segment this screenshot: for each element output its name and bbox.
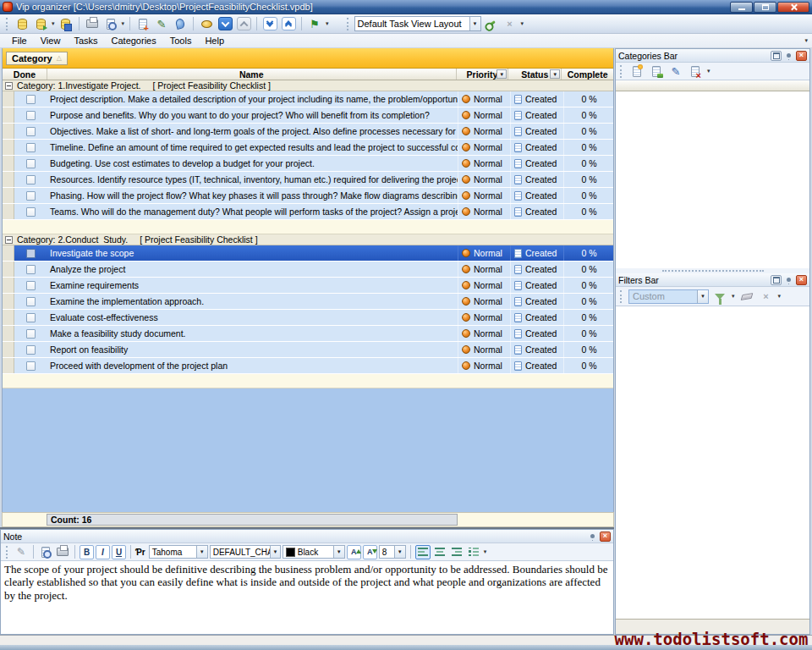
note-print-preview-button[interactable]: [38, 545, 53, 559]
align-right-button[interactable]: [449, 545, 464, 559]
delete-category-button[interactable]: [687, 63, 704, 80]
new-category-button[interactable]: [628, 63, 645, 80]
pin-icon[interactable]: [783, 275, 794, 285]
close-button[interactable]: [777, 2, 809, 13]
view-task-button[interactable]: [198, 16, 215, 32]
layout-combo-dropdown[interactable]: ▼: [469, 17, 480, 30]
categories-close-button[interactable]: [796, 51, 807, 61]
font-family-combo[interactable]: Tahoma▼: [149, 545, 208, 559]
save-layout-button[interactable]: [483, 16, 500, 32]
task-row[interactable]: Budgeting. Use cost estimates to develop…: [3, 156, 613, 172]
menu-categories[interactable]: Categories: [105, 35, 163, 47]
pin-icon[interactable]: [783, 51, 794, 61]
note-close-button[interactable]: [600, 532, 611, 542]
done-cell[interactable]: [14, 262, 47, 277]
move-down-button[interactable]: [217, 16, 233, 32]
task-checkbox[interactable]: [26, 207, 36, 217]
minimize-button[interactable]: [730, 2, 753, 13]
restore-panel-icon[interactable]: [771, 275, 782, 285]
task-row[interactable]: Make a feasibility study document.Normal…: [3, 326, 613, 342]
italic-button[interactable]: I: [96, 545, 110, 559]
print-button[interactable]: [84, 16, 101, 32]
categories-toolbar-dropdown[interactable]: ▾: [706, 68, 711, 74]
new-database-button[interactable]: [14, 16, 30, 32]
done-cell[interactable]: [14, 245, 47, 261]
shrink-font-button[interactable]: A: [363, 545, 377, 559]
charset-dropdown[interactable]: ▼: [270, 546, 279, 558]
layout-combo[interactable]: Default Task View Layout ▼: [354, 16, 481, 31]
font-size-combo[interactable]: 8▼: [379, 545, 406, 559]
layout-dropdown[interactable]: ▾: [520, 20, 525, 27]
category-group-row[interactable]: Category: 1.Investigate Project.[ Projec…: [3, 80, 613, 91]
column-header-done[interactable]: Done: [3, 69, 47, 80]
open-database-dropdown[interactable]: ▾: [51, 20, 56, 27]
done-cell[interactable]: [14, 156, 47, 171]
task-checkbox[interactable]: [26, 249, 36, 258]
maximize-button[interactable]: [754, 2, 776, 13]
toolbar-grip[interactable]: [620, 290, 623, 303]
move-up-button[interactable]: [235, 16, 252, 32]
done-cell[interactable]: [14, 342, 47, 357]
grow-font-button[interactable]: A: [347, 545, 361, 559]
collapse-expander-icon[interactable]: [5, 236, 13, 244]
task-row[interactable]: Resources. Identify resource types (IT, …: [3, 172, 613, 188]
filter-preset-combo[interactable]: Custom ▼: [628, 289, 709, 304]
menubar-overflow-dropdown[interactable]: ▾: [804, 37, 809, 44]
delete-filter-button[interactable]: ×: [758, 289, 775, 305]
priority-filter-dropdown[interactable]: ▼: [497, 69, 507, 79]
task-checkbox[interactable]: [26, 191, 36, 201]
task-checkbox[interactable]: [26, 175, 36, 185]
underline-button[interactable]: U: [112, 545, 126, 559]
column-header-complete[interactable]: Complete: [562, 69, 613, 80]
task-checkbox[interactable]: [26, 159, 36, 168]
task-row[interactable]: Examine the implementation approach.Norm…: [3, 294, 613, 310]
task-row[interactable]: Objectives. Make a list of short- and lo…: [3, 124, 613, 140]
open-database-button[interactable]: [32, 16, 49, 32]
done-cell[interactable]: [14, 294, 47, 309]
task-row[interactable]: Phasing. How will the project flow? What…: [3, 188, 613, 204]
task-row[interactable]: Analyze the projectNormalCreated0 %: [3, 262, 613, 278]
restore-panel-icon[interactable]: [771, 51, 782, 61]
toolbar-grip[interactable]: [347, 18, 350, 30]
menu-tasks[interactable]: Tasks: [67, 35, 104, 47]
note-toolbar-dropdown[interactable]: ▾: [483, 548, 488, 555]
font-size-dropdown[interactable]: ▼: [394, 546, 405, 558]
done-cell[interactable]: [14, 278, 47, 293]
toolbar-grip[interactable]: [6, 18, 9, 30]
task-checkbox[interactable]: [26, 329, 36, 339]
task-checkbox[interactable]: [26, 127, 36, 136]
task-row[interactable]: Investigate the scopeNormalCreated0 %: [3, 245, 613, 262]
delete-layout-button[interactable]: ×: [502, 16, 518, 32]
collapse-expander-icon[interactable]: [5, 82, 13, 90]
done-cell[interactable]: [14, 140, 47, 155]
task-row[interactable]: Examine requirementsNormalCreated0 %: [3, 278, 613, 294]
flag-button[interactable]: ⚑: [306, 16, 323, 32]
font-family-dropdown[interactable]: ▼: [196, 546, 207, 558]
task-row[interactable]: Evaluate cost-effectivenessNormalCreated…: [3, 310, 613, 326]
filters-close-button[interactable]: [796, 275, 807, 285]
done-cell[interactable]: [14, 188, 47, 203]
pin-icon[interactable]: [587, 532, 598, 542]
column-header-name[interactable]: Name: [47, 69, 457, 80]
task-checkbox[interactable]: [26, 143, 36, 152]
charset-combo[interactable]: DEFAULT_CHAR▼: [210, 545, 281, 559]
menu-tools[interactable]: Tools: [163, 35, 199, 47]
bold-button[interactable]: B: [80, 545, 94, 559]
font-color-combo[interactable]: Black▼: [283, 545, 345, 559]
task-checkbox[interactable]: [26, 111, 36, 120]
apply-filter-button[interactable]: [711, 289, 728, 305]
clear-filter-button[interactable]: [738, 289, 755, 305]
done-cell[interactable]: [14, 124, 47, 139]
menu-view[interactable]: View: [34, 35, 68, 47]
task-checkbox[interactable]: [26, 281, 36, 290]
edit-category-button[interactable]: ✎: [667, 63, 684, 80]
done-cell[interactable]: [14, 91, 47, 107]
new-task-button[interactable]: [134, 16, 151, 32]
align-center-button[interactable]: [432, 545, 447, 559]
new-subcategory-button[interactable]: [648, 63, 665, 80]
collapse-all-button[interactable]: [280, 16, 297, 32]
save-database-button[interactable]: [58, 16, 74, 32]
expand-all-button[interactable]: [261, 16, 278, 32]
done-cell[interactable]: [14, 172, 47, 187]
bullet-list-button[interactable]: [466, 545, 481, 559]
